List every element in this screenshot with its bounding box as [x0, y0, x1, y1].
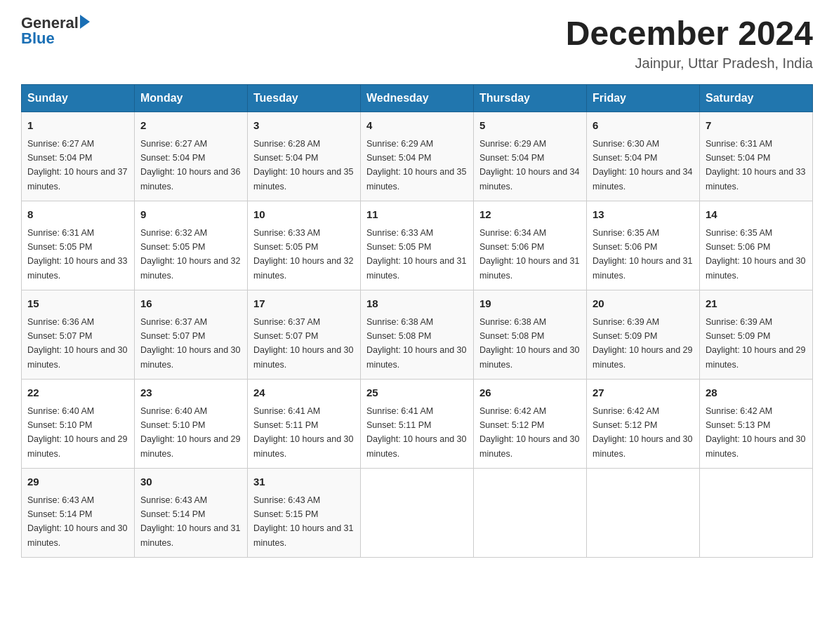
- day-info: Sunrise: 6:32 AMSunset: 5:05 PMDaylight:…: [140, 228, 240, 281]
- calendar-week-2: 8Sunrise: 6:31 AMSunset: 5:05 PMDaylight…: [22, 201, 813, 290]
- table-row: 13Sunrise: 6:35 AMSunset: 5:06 PMDayligh…: [587, 201, 700, 290]
- day-info: Sunrise: 6:29 AMSunset: 5:04 PMDaylight:…: [479, 139, 579, 192]
- table-row: 21Sunrise: 6:39 AMSunset: 5:09 PMDayligh…: [700, 290, 813, 380]
- table-row: [474, 469, 587, 558]
- day-number: 19: [479, 296, 581, 312]
- day-number: 8: [27, 207, 128, 223]
- table-row: 4Sunrise: 6:29 AMSunset: 5:04 PMDaylight…: [361, 112, 474, 201]
- table-row: 11Sunrise: 6:33 AMSunset: 5:05 PMDayligh…: [361, 201, 474, 290]
- day-info: Sunrise: 6:38 AMSunset: 5:08 PMDaylight:…: [366, 317, 466, 370]
- day-info: Sunrise: 6:39 AMSunset: 5:09 PMDaylight:…: [706, 317, 805, 370]
- day-info: Sunrise: 6:33 AMSunset: 5:05 PMDaylight:…: [366, 228, 466, 281]
- table-row: 24Sunrise: 6:41 AMSunset: 5:11 PMDayligh…: [248, 380, 361, 469]
- table-row: 30Sunrise: 6:43 AMSunset: 5:14 PMDayligh…: [135, 469, 248, 558]
- day-info: Sunrise: 6:28 AMSunset: 5:04 PMDaylight:…: [253, 139, 353, 192]
- day-number: 6: [593, 118, 694, 134]
- table-row: 22Sunrise: 6:40 AMSunset: 5:10 PMDayligh…: [22, 380, 135, 469]
- day-number: 24: [253, 385, 355, 401]
- day-number: 11: [366, 207, 468, 223]
- table-row: 27Sunrise: 6:42 AMSunset: 5:12 PMDayligh…: [587, 380, 700, 469]
- col-friday: Friday: [587, 85, 700, 112]
- day-info: Sunrise: 6:43 AMSunset: 5:14 PMDaylight:…: [140, 495, 240, 548]
- day-number: 27: [593, 385, 694, 401]
- day-info: Sunrise: 6:43 AMSunset: 5:14 PMDaylight:…: [27, 495, 127, 548]
- table-row: 3Sunrise: 6:28 AMSunset: 5:04 PMDaylight…: [248, 112, 361, 201]
- table-row: 26Sunrise: 6:42 AMSunset: 5:12 PMDayligh…: [474, 380, 587, 469]
- table-row: 6Sunrise: 6:30 AMSunset: 5:04 PMDaylight…: [587, 112, 700, 201]
- day-number: 18: [366, 296, 468, 312]
- day-info: Sunrise: 6:27 AMSunset: 5:04 PMDaylight:…: [140, 139, 240, 192]
- day-info: Sunrise: 6:27 AMSunset: 5:04 PMDaylight:…: [27, 139, 127, 192]
- day-number: 22: [27, 385, 128, 401]
- logo-blue-text: Blue: [21, 29, 55, 48]
- day-number: 23: [140, 385, 241, 401]
- day-number: 28: [706, 385, 807, 401]
- day-number: 5: [479, 118, 581, 134]
- table-row: 16Sunrise: 6:37 AMSunset: 5:07 PMDayligh…: [135, 290, 248, 380]
- calendar-week-1: 1Sunrise: 6:27 AMSunset: 5:04 PMDaylight…: [22, 112, 813, 201]
- day-info: Sunrise: 6:33 AMSunset: 5:05 PMDaylight:…: [253, 228, 353, 281]
- day-number: 13: [593, 207, 694, 223]
- table-row: 5Sunrise: 6:29 AMSunset: 5:04 PMDaylight…: [474, 112, 587, 201]
- table-row: 23Sunrise: 6:40 AMSunset: 5:10 PMDayligh…: [135, 380, 248, 469]
- day-info: Sunrise: 6:38 AMSunset: 5:08 PMDaylight:…: [479, 317, 579, 370]
- col-thursday: Thursday: [474, 85, 587, 112]
- calendar-week-3: 15Sunrise: 6:36 AMSunset: 5:07 PMDayligh…: [22, 290, 813, 380]
- day-info: Sunrise: 6:39 AMSunset: 5:09 PMDaylight:…: [593, 317, 692, 370]
- day-info: Sunrise: 6:35 AMSunset: 5:06 PMDaylight:…: [593, 228, 692, 281]
- day-info: Sunrise: 6:41 AMSunset: 5:11 PMDaylight:…: [366, 406, 466, 459]
- table-row: 15Sunrise: 6:36 AMSunset: 5:07 PMDayligh…: [22, 290, 135, 380]
- table-row: 2Sunrise: 6:27 AMSunset: 5:04 PMDaylight…: [135, 112, 248, 201]
- day-info: Sunrise: 6:41 AMSunset: 5:11 PMDaylight:…: [253, 406, 353, 459]
- day-info: Sunrise: 6:37 AMSunset: 5:07 PMDaylight:…: [140, 317, 240, 370]
- table-row: 29Sunrise: 6:43 AMSunset: 5:14 PMDayligh…: [22, 469, 135, 558]
- col-wednesday: Wednesday: [361, 85, 474, 112]
- day-info: Sunrise: 6:30 AMSunset: 5:04 PMDaylight:…: [593, 139, 692, 192]
- day-info: Sunrise: 6:35 AMSunset: 5:06 PMDaylight:…: [706, 228, 805, 281]
- day-number: 9: [140, 207, 241, 223]
- title-section: December 2024 Jainpur, Uttar Pradesh, In…: [566, 14, 813, 72]
- location-title: Jainpur, Uttar Pradesh, India: [566, 55, 813, 72]
- table-row: [361, 469, 474, 558]
- day-number: 10: [253, 207, 355, 223]
- day-info: Sunrise: 6:36 AMSunset: 5:07 PMDaylight:…: [27, 317, 127, 370]
- table-row: 9Sunrise: 6:32 AMSunset: 5:05 PMDaylight…: [135, 201, 248, 290]
- table-row: 8Sunrise: 6:31 AMSunset: 5:05 PMDaylight…: [22, 201, 135, 290]
- day-number: 31: [253, 474, 355, 490]
- table-row: 1Sunrise: 6:27 AMSunset: 5:04 PMDaylight…: [22, 112, 135, 201]
- col-saturday: Saturday: [700, 85, 813, 112]
- day-number: 1: [27, 118, 128, 134]
- day-number: 30: [140, 474, 241, 490]
- day-info: Sunrise: 6:42 AMSunset: 5:12 PMDaylight:…: [479, 406, 579, 459]
- col-tuesday: Tuesday: [248, 85, 361, 112]
- table-row: [587, 469, 700, 558]
- day-info: Sunrise: 6:40 AMSunset: 5:10 PMDaylight:…: [140, 406, 240, 459]
- table-row: 7Sunrise: 6:31 AMSunset: 5:04 PMDaylight…: [700, 112, 813, 201]
- day-number: 2: [140, 118, 241, 134]
- day-number: 7: [706, 118, 807, 134]
- day-number: 25: [366, 385, 468, 401]
- table-row: 31Sunrise: 6:43 AMSunset: 5:15 PMDayligh…: [248, 469, 361, 558]
- day-number: 15: [27, 296, 128, 312]
- day-number: 17: [253, 296, 355, 312]
- table-row: 20Sunrise: 6:39 AMSunset: 5:09 PMDayligh…: [587, 290, 700, 380]
- day-info: Sunrise: 6:40 AMSunset: 5:10 PMDaylight:…: [27, 406, 127, 459]
- day-number: 20: [593, 296, 694, 312]
- day-number: 26: [479, 385, 581, 401]
- day-number: 21: [706, 296, 807, 312]
- day-number: 3: [253, 118, 355, 134]
- calendar-table: Sunday Monday Tuesday Wednesday Thursday…: [21, 84, 813, 558]
- col-monday: Monday: [135, 85, 248, 112]
- day-info: Sunrise: 6:31 AMSunset: 5:04 PMDaylight:…: [706, 139, 805, 192]
- table-row: 10Sunrise: 6:33 AMSunset: 5:05 PMDayligh…: [248, 201, 361, 290]
- logo: General Blue: [21, 14, 90, 48]
- table-row: 17Sunrise: 6:37 AMSunset: 5:07 PMDayligh…: [248, 290, 361, 380]
- calendar-header-row: Sunday Monday Tuesday Wednesday Thursday…: [22, 85, 813, 112]
- day-number: 16: [140, 296, 241, 312]
- logo-combined: General Blue: [21, 14, 90, 48]
- table-row: 25Sunrise: 6:41 AMSunset: 5:11 PMDayligh…: [361, 380, 474, 469]
- day-info: Sunrise: 6:37 AMSunset: 5:07 PMDaylight:…: [253, 317, 353, 370]
- calendar-week-4: 22Sunrise: 6:40 AMSunset: 5:10 PMDayligh…: [22, 380, 813, 469]
- page-header: General Blue December 2024 Jainpur, Utta…: [21, 14, 813, 72]
- day-info: Sunrise: 6:43 AMSunset: 5:15 PMDaylight:…: [253, 495, 353, 548]
